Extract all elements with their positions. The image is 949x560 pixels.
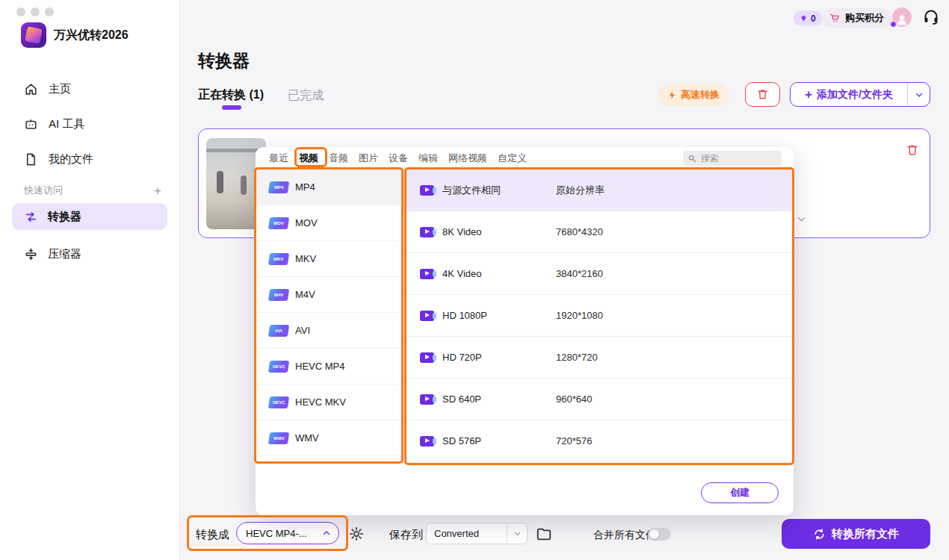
format-item-avi[interactable]: AVI AVI: [256, 313, 404, 349]
trash-icon: [906, 143, 919, 157]
app-logo-icon: [21, 22, 46, 48]
window-maximize-button[interactable]: [45, 7, 54, 16]
popup-tab-edit[interactable]: 编辑: [418, 152, 438, 165]
convert-to-dropdown[interactable]: HEVC MP4-...: [236, 522, 339, 544]
window-minimize-button[interactable]: [31, 7, 40, 16]
resolution-item-640p[interactable]: SD 640P 960*640: [404, 379, 794, 420]
fast-convert-label: 高速转换: [681, 88, 720, 102]
sidebar: 万兴优转2026 主页 AI 工具 我的文件 快速访问 + 转换器 压缩器: [0, 0, 180, 560]
save-to-value: Converted: [427, 528, 507, 539]
popup-search-input[interactable]: [699, 152, 777, 164]
popup-tab-recent[interactable]: 最近: [269, 152, 288, 165]
merge-all-label: 合并所有文件: [593, 529, 656, 542]
convert-icon: [813, 528, 826, 541]
buy-credits-button[interactable]: 购买积分: [822, 8, 891, 28]
search-icon: [687, 154, 696, 163]
resolution-item-8k[interactable]: 8K Video 7680*4320: [404, 211, 794, 253]
app-logo: 万兴优转2026: [21, 22, 129, 48]
delete-all-button[interactable]: [745, 82, 780, 107]
format-file-icon: HEVC: [268, 361, 289, 373]
app-window: 万兴优转2026 主页 AI 工具 我的文件 快速访问 + 转换器 压缩器: [0, 0, 949, 560]
plus-icon: +: [805, 88, 812, 101]
video-icon: [420, 227, 434, 237]
format-item-mkv[interactable]: MKV MKV: [256, 241, 404, 277]
delete-file-button[interactable]: [906, 143, 921, 158]
video-icon: [420, 311, 434, 321]
open-folder-button[interactable]: [536, 526, 552, 542]
format-file-icon: M4V: [268, 289, 289, 301]
format-item-hevc-mp4[interactable]: HEVC HEVC MP4: [256, 349, 404, 385]
convert-all-label: 转换所有文件: [832, 527, 899, 541]
headset-icon: [922, 7, 940, 25]
merge-all-toggle[interactable]: [648, 528, 671, 541]
video-icon: [420, 269, 434, 279]
credits-badge[interactable]: 0: [794, 10, 822, 26]
chevron-up-icon: [322, 529, 331, 538]
format-item-m4v[interactable]: M4V M4V: [256, 277, 404, 313]
converter-icon: [24, 210, 38, 224]
format-file-icon: MP4: [268, 181, 289, 193]
settings-button[interactable]: [348, 526, 365, 542]
format-item-hevc-mkv[interactable]: HEVC HEVC MKV: [256, 385, 404, 420]
sidebar-item-ai-tools[interactable]: AI 工具: [0, 113, 179, 135]
resolution-item-720p[interactable]: HD 720P 1280*720: [404, 337, 794, 379]
popup-tab-custom[interactable]: 自定义: [498, 152, 527, 165]
popup-tab-web-video[interactable]: 网络视频: [448, 152, 487, 165]
app-title: 万兴优转2026: [54, 28, 129, 43]
add-files-button[interactable]: + 添加文件/文件夹: [790, 82, 930, 107]
resolution-item-4k[interactable]: 4K Video 3840*2160: [404, 253, 794, 295]
popup-tab-device[interactable]: 设备: [389, 152, 408, 165]
format-file-icon: AVI: [268, 325, 289, 337]
tab-active-underline: [222, 105, 241, 110]
sidebar-item-compressor[interactable]: 压缩器: [12, 240, 167, 267]
format-select-popup: 最近 视频 音频 图片 设备 编辑 网络视频 自定义 MP4 MP4 MOV M…: [256, 147, 794, 515]
fast-convert-button[interactable]: 高速转换: [658, 84, 729, 106]
format-item-mov[interactable]: MOV MOV: [256, 205, 404, 241]
credits-gem-icon: [800, 14, 808, 22]
add-files-main[interactable]: + 添加文件/文件夹: [791, 88, 907, 102]
sidebar-item-label: 压缩器: [48, 247, 81, 261]
resolution-item-1080p[interactable]: HD 1080P 1920*1080: [404, 295, 794, 337]
resolution-item-576p[interactable]: SD 576P 720*576: [404, 420, 794, 462]
tab-converting[interactable]: 正在转换 (1): [198, 87, 264, 103]
file-format-dropdown-button[interactable]: [794, 212, 809, 225]
quick-access-add-button[interactable]: +: [154, 184, 161, 197]
sidebar-item-home[interactable]: 主页: [0, 78, 179, 100]
window-close-button[interactable]: [16, 7, 25, 16]
sidebar-item-my-files[interactable]: 我的文件: [0, 148, 179, 170]
bolt-icon: [667, 90, 677, 100]
add-files-dropdown-button[interactable]: [907, 83, 930, 106]
chevron-down-icon: [915, 90, 924, 99]
folder-icon: [536, 526, 552, 542]
compressor-icon: [24, 247, 38, 261]
home-icon: [24, 82, 38, 96]
format-item-mp4[interactable]: MP4 MP4: [256, 169, 404, 205]
format-file-icon: HEVC: [268, 396, 289, 408]
chevron-down-icon: [513, 529, 522, 538]
resolution-item-same-as-source[interactable]: 与源文件相同 原始分辨率: [404, 169, 794, 211]
popup-tab-audio[interactable]: 音频: [329, 152, 348, 165]
sidebar-item-converter[interactable]: 转换器: [12, 203, 167, 230]
avatar-status-dot: [890, 21, 897, 28]
save-to-dropdown-button[interactable]: [507, 523, 527, 544]
tab-completed[interactable]: 已完成: [288, 88, 324, 104]
sidebar-item-label: AI 工具: [49, 117, 84, 131]
popup-tab-video[interactable]: 视频: [299, 152, 318, 165]
resolution-list: 与源文件相同 原始分辨率 8K Video 7680*4320 4K Video…: [404, 169, 794, 462]
credits-count: 0: [811, 13, 816, 24]
quick-access-header: 快速访问 +: [24, 184, 161, 197]
support-headset-button[interactable]: [922, 7, 940, 25]
trash-icon: [756, 88, 769, 101]
sidebar-item-label: 主页: [49, 82, 71, 96]
format-item-wmv[interactable]: WMV WMV: [256, 420, 404, 456]
convert-all-button[interactable]: 转换所有文件: [782, 519, 930, 549]
save-to-dropdown[interactable]: Converted: [426, 523, 528, 544]
video-icon: [420, 352, 434, 363]
chevron-down-icon: [797, 214, 806, 224]
create-button[interactable]: 创建: [701, 482, 779, 503]
popup-tab-image[interactable]: 图片: [359, 152, 378, 165]
user-icon: [894, 12, 909, 27]
video-icon: [420, 185, 434, 196]
add-files-label: 添加文件/文件夹: [817, 88, 893, 102]
popup-search-box[interactable]: [683, 151, 782, 166]
